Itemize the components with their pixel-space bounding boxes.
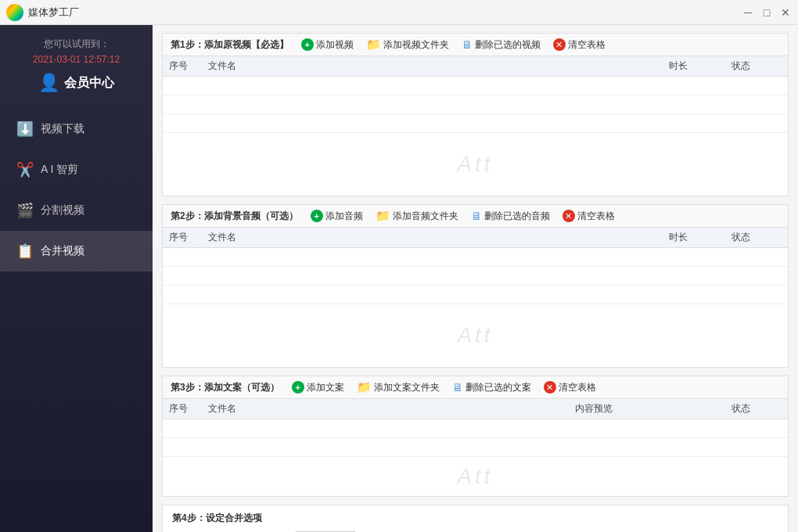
col-preview-header3: 内容预览	[569, 399, 725, 419]
folder-text-icon: 📁	[357, 380, 372, 394]
add-text-button[interactable]: + 添加文案	[292, 381, 344, 394]
close-button[interactable]: ✕	[779, 6, 792, 19]
merge-icon: 📋	[16, 242, 34, 261]
clear-icon: ✕	[553, 38, 566, 51]
delete-icon: 🖥	[462, 38, 473, 51]
clear-video-table-button[interactable]: ✕ 清空表格	[553, 38, 606, 52]
step2-title: 第2步：添加背景音频（可选）	[171, 210, 298, 223]
table-row	[163, 95, 788, 114]
step2-watermark: Att	[457, 323, 493, 348]
sidebar-item-video-download[interactable]: ⬇️ 视频下载	[0, 109, 153, 149]
table-row	[163, 77, 788, 95]
add-text-folder-button[interactable]: 📁 添加文案文件夹	[357, 380, 440, 394]
title-bar: 媒体梦工厂 ─ □ ✕	[0, 0, 798, 25]
add-audio-folder-button[interactable]: 📁 添加音频文件夹	[376, 209, 458, 223]
sidebar-nav: ⬇️ 视频下载 ✂️ A I 智剪 🎬 分割视频 📋 合并视频	[0, 109, 153, 271]
col-seq-header: 序号	[163, 56, 202, 77]
add-text-icon: +	[292, 381, 304, 394]
maximize-button[interactable]: □	[760, 6, 773, 19]
step1-header: 第1步：添加原视频【必选】 + 添加视频 📁 添加视频文件夹 🖥 删除已选的视频…	[163, 34, 788, 56]
step3-watermark: Att	[457, 464, 493, 489]
step3-watermark-area: Att	[163, 457, 788, 496]
sidebar-item-label: 视频下载	[41, 122, 84, 136]
sidebar-item-label: A I 智剪	[41, 163, 78, 177]
step4-title: 第4步：设定合并选项	[172, 512, 778, 525]
sidebar-item-label: 合并视频	[41, 244, 84, 258]
clear-text-icon: ✕	[544, 381, 556, 394]
table-row	[163, 438, 788, 457]
add-circle-icon: +	[301, 38, 314, 51]
col-status-header: 状态	[725, 56, 788, 77]
table-row	[163, 419, 788, 438]
col-filename-header3: 文件名	[202, 399, 569, 419]
table-row	[163, 248, 788, 267]
sidebar-item-label: 分割视频	[41, 203, 84, 217]
step2-section: 第2步：添加背景音频（可选） + 添加音频 📁 添加音频文件夹 🖥 删除已选的音…	[162, 204, 789, 368]
folder-icon: 📁	[366, 38, 381, 52]
step2-header: 第2步：添加背景音频（可选） + 添加音频 📁 添加音频文件夹 🖥 删除已选的音…	[163, 205, 788, 228]
table-row	[163, 267, 788, 286]
col-status-header2: 状态	[725, 228, 788, 248]
download-icon: ⬇️	[16, 120, 34, 138]
step1-watermark: Att	[457, 152, 493, 177]
trial-label: 您可以试用到：	[44, 38, 110, 51]
window-controls: ─ □ ✕	[742, 6, 792, 19]
add-audio-icon: +	[311, 210, 323, 222]
delete-selected-text-button[interactable]: 🖥 删除已选的文案	[452, 381, 531, 394]
step3-title: 第3步：添加文案（可选）	[171, 381, 279, 394]
step1-table: 序号 文件名 时长 状态	[163, 56, 788, 133]
app-logo	[6, 4, 23, 21]
trial-date: 2021-03-01 12:57:12	[33, 54, 120, 65]
vip-label: 会员中心	[64, 75, 114, 92]
scissors-icon: ✂️	[16, 160, 34, 179]
split-icon: 🎬	[16, 201, 34, 220]
step1-title: 第1步：添加原视频【必选】	[171, 38, 289, 52]
clear-text-table-button[interactable]: ✕ 清空表格	[544, 381, 596, 394]
sidebar-item-ai-cut[interactable]: ✂️ A I 智剪	[0, 149, 153, 190]
add-video-button[interactable]: + 添加视频	[301, 38, 354, 52]
col-status-header3: 状态	[725, 399, 788, 419]
delete-audio-icon: 🖥	[471, 210, 482, 222]
clear-audio-icon: ✕	[563, 210, 575, 222]
delete-text-icon: 🖥	[452, 381, 463, 394]
step3-section: 第3步：添加文案（可选） + 添加文案 📁 添加文案文件夹 🖥 删除已选的文案 …	[162, 376, 789, 497]
step3-header: 第3步：添加文案（可选） + 添加文案 📁 添加文案文件夹 🖥 删除已选的文案 …	[163, 376, 788, 399]
step4-section: 第4步：设定合并选项 文案转语音合成 音源： 亲和女声 标准男声 温柔女声 音量…	[162, 505, 789, 532]
col-filename-header: 文件名	[202, 56, 663, 77]
col-duration-header2: 时长	[663, 228, 725, 248]
main-content: 第1步：添加原视频【必选】 + 添加视频 📁 添加视频文件夹 🖥 删除已选的视频…	[153, 25, 798, 532]
delete-selected-video-button[interactable]: 🖥 删除已选的视频	[462, 38, 541, 52]
col-filename-header2: 文件名	[202, 228, 663, 248]
clear-audio-table-button[interactable]: ✕ 清空表格	[563, 210, 615, 223]
sidebar-item-merge-video[interactable]: 📋 合并视频	[0, 231, 153, 271]
col-duration-header: 时长	[663, 56, 725, 77]
app-title: 媒体梦工厂	[28, 5, 742, 20]
minimize-button[interactable]: ─	[742, 6, 754, 19]
sidebar: 您可以试用到： 2021-03-01 12:57:12 👤 会员中心 ⬇️ 视频…	[0, 25, 153, 532]
col-seq-header3: 序号	[163, 399, 202, 419]
step2-watermark-area: Att	[163, 304, 788, 367]
vip-icon: 👤	[38, 73, 59, 93]
step2-table: 序号 文件名 时长 状态	[163, 228, 788, 304]
step1-watermark-area: Att	[163, 133, 788, 196]
sidebar-item-split-video[interactable]: 🎬 分割视频	[0, 190, 153, 231]
table-row	[163, 114, 788, 133]
step3-table: 序号 文件名 内容预览 状态	[163, 399, 788, 457]
add-video-folder-button[interactable]: 📁 添加视频文件夹	[366, 38, 449, 52]
folder-audio-icon: 📁	[376, 209, 390, 223]
table-row	[163, 286, 788, 304]
vip-center-button[interactable]: 👤 会员中心	[38, 73, 114, 93]
step1-section: 第1步：添加原视频【必选】 + 添加视频 📁 添加视频文件夹 🖥 删除已选的视频…	[162, 33, 789, 196]
col-seq-header2: 序号	[163, 228, 202, 248]
delete-selected-audio-button[interactable]: 🖥 删除已选的音频	[471, 210, 550, 223]
add-audio-button[interactable]: + 添加音频	[311, 210, 363, 223]
